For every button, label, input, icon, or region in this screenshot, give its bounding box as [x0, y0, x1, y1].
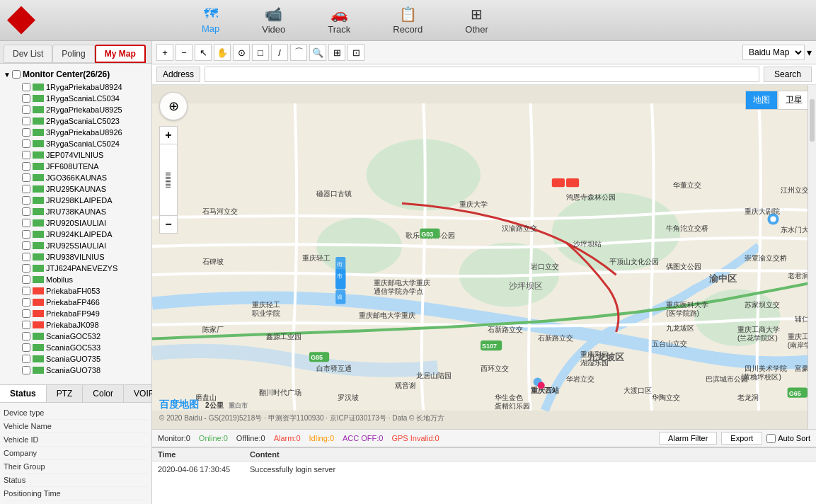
nav-item-video[interactable]: 📹 Video — [251, 2, 296, 38]
svg-text:白市驿互通: 白市驿互通 — [316, 365, 352, 372]
tree-vehicle-item[interactable]: ▶ JEP074VILNIUS — [4, 149, 148, 161]
tab-mymap[interactable]: My Map — [95, 45, 146, 63]
tree-vehicle-item[interactable]: ▶ JGO366KAUNAS — [4, 172, 148, 183]
tree-vehicle-item[interactable]: ▶ 3RygaScaniaLC5024 — [4, 138, 148, 149]
tree-vehicle-item[interactable]: ▶ JRU925SIAULIAI — [4, 240, 148, 251]
vehicle-checkbox[interactable] — [22, 355, 30, 363]
vehicle-checkbox[interactable] — [22, 83, 30, 91]
tree-vehicle-item[interactable]: ▶ JRU738KAUNAS — [4, 206, 148, 217]
vehicle-checkbox[interactable] — [22, 94, 30, 103]
tool-circle[interactable]: ⊙ — [233, 44, 250, 61]
vehicle-checkbox[interactable] — [22, 185, 30, 193]
tree-vehicle-item[interactable]: ▶ JRU298KLAIPEDA — [4, 195, 148, 206]
map-scrollbar[interactable] — [808, 85, 816, 429]
tree-vehicle-item[interactable]: ▶ ScaniaGUO738 — [4, 365, 148, 376]
map-compass[interactable]: ⊕ — [159, 92, 188, 120]
tree-vehicle-item[interactable]: ▶ 1RygaPriekabaU8924 — [4, 81, 148, 93]
vehicle-checkbox[interactable] — [22, 151, 30, 159]
vehicle-checkbox[interactable] — [22, 241, 30, 250]
map-type-dropdown[interactable]: ▾ — [807, 47, 812, 58]
tree-vehicle-item[interactable]: ▶ 2RygaPriekabaU8925 — [4, 104, 148, 115]
vehicle-checkbox[interactable] — [22, 264, 30, 273]
tree-vehicle-item[interactable]: ▶ JRU295KAUNAS — [4, 183, 148, 195]
address-bar: Address Search — [152, 64, 816, 85]
nav-item-map[interactable]: 🗺 Map — [191, 2, 230, 38]
vehicle-checkbox[interactable] — [22, 332, 30, 340]
root-checkbox[interactable] — [12, 70, 21, 79]
bottom-tab-status[interactable]: Status — [0, 385, 47, 402]
tool-fullscreen[interactable]: ⊡ — [347, 44, 364, 61]
tool-zoom-out[interactable]: − — [176, 44, 192, 61]
tool-drag[interactable]: ↖ — [195, 44, 212, 61]
zoom-out-btn[interactable]: − — [159, 215, 178, 234]
tool-hand[interactable]: ✋ — [214, 44, 231, 61]
tree-vehicle-item[interactable]: ▶ 1RygaScaniaLC5034 — [4, 93, 148, 104]
tool-line[interactable]: / — [271, 44, 288, 61]
nav-item-track[interactable]: 🚗 Track — [317, 2, 361, 38]
vehicle-checkbox[interactable] — [22, 321, 30, 329]
tree-vehicle-item[interactable]: ▶ 2RygaScaniaLC5023 — [4, 115, 148, 127]
vehicle-checkbox[interactable] — [22, 162, 30, 171]
tree-vehicle-item[interactable]: ▶ PriekabaFP466 — [4, 297, 148, 308]
vehicle-checkbox[interactable] — [22, 219, 30, 227]
auto-sort-input[interactable] — [766, 434, 776, 443]
tab-poling[interactable]: Poling — [52, 45, 94, 63]
nav-item-other[interactable]: ⊞ Other — [454, 2, 499, 38]
vehicle-checkbox[interactable] — [22, 366, 30, 374]
vehicle-checkbox[interactable] — [22, 105, 30, 114]
tree-vehicle-item[interactable]: ▶ PriekabaJK098 — [4, 319, 148, 331]
tree-vehicle-item[interactable]: ▶ JRU924KLAIPEDA — [4, 229, 148, 240]
address-input[interactable] — [205, 67, 759, 82]
vehicle-checkbox[interactable] — [22, 287, 30, 295]
auto-sort-checkbox[interactable]: Auto Sort — [766, 432, 810, 445]
vehicle-checkbox[interactable] — [22, 298, 30, 307]
vehicle-label: ScaniaGUO735 — [46, 355, 100, 363]
svg-text:四川美术学院: 四川美术学院 — [745, 365, 787, 372]
map-type-select[interactable]: Baidu Map — [742, 45, 805, 60]
tool-curve[interactable]: ⌒ — [290, 44, 307, 61]
right-area: + − ↖ ✋ ⊙ □ / ⌒ 🔍 ⊞ ⊡ Baidu Map ▾ Addres… — [152, 41, 816, 504]
tree-vehicle-item[interactable]: ▶ JRU938VILNIUS — [4, 251, 148, 263]
tree-vehicle-item[interactable]: ▶ JFF608UTENA — [4, 161, 148, 172]
tree-vehicle-item[interactable]: ▶ Mobilus — [4, 274, 148, 285]
tree-vehicle-item[interactable]: ▶ PriekabaFH053 — [4, 285, 148, 297]
tab-devlist[interactable]: Dev List — [4, 45, 52, 63]
left-tab-bar: Dev List Poling My Map — [0, 41, 151, 64]
export-btn[interactable]: Export — [721, 432, 762, 445]
alarm-filter-btn[interactable]: Alarm Filter — [659, 432, 717, 445]
zoom-slider[interactable]: ||||||||||| — [159, 144, 178, 215]
vehicle-checkbox[interactable] — [22, 253, 30, 261]
map-type-satellite[interactable]: 卫星 — [778, 91, 810, 110]
vehicle-checkbox[interactable] — [22, 173, 30, 182]
nav-item-record[interactable]: 📋 Record — [382, 2, 433, 38]
vehicle-checkbox[interactable] — [22, 275, 30, 284]
map-type-standard[interactable]: 地图 — [745, 91, 778, 110]
tree-root[interactable]: ▼ Monitor Center(26/26) — [4, 67, 148, 81]
vehicle-checkbox[interactable] — [22, 343, 30, 352]
tree-vehicle-item[interactable]: ▶ JRU920SIAULIAI — [4, 217, 148, 229]
bottom-tab-color[interactable]: Color — [83, 385, 124, 402]
vehicle-checkbox[interactable] — [22, 207, 30, 216]
tool-search-area[interactable]: 🔍 — [309, 44, 326, 61]
svg-text:苏家坝立交: 苏家坝立交 — [745, 301, 780, 309]
tool-zoom-in[interactable]: + — [156, 44, 173, 61]
search-button[interactable]: Search — [764, 67, 812, 82]
tool-grid[interactable]: ⊞ — [328, 44, 345, 61]
map-container[interactable]: 石马河立交 磁器口古镇 重庆大学 鸿恩寺森林公园 华董立交 江州立交桥 重庆大剧… — [152, 85, 816, 429]
vehicle-checkbox[interactable] — [22, 128, 30, 137]
vehicle-checkbox[interactable] — [22, 139, 30, 148]
vehicle-checkbox[interactable] — [22, 230, 30, 239]
vehicle-checkbox[interactable] — [22, 196, 30, 205]
zoom-in-btn[interactable]: + — [159, 126, 178, 144]
vehicle-tree[interactable]: ▼ Monitor Center(26/26) ▶ 1RygaPriekabaU… — [0, 64, 151, 384]
tree-vehicle-item[interactable]: ▶ ScaniaGOC532 — [4, 331, 148, 342]
tree-vehicle-item[interactable]: ▶ PriekabaFP949 — [4, 308, 148, 319]
tree-vehicle-item[interactable]: ▶ JTJ624PANEVEZYS — [4, 263, 148, 274]
vehicle-checkbox[interactable] — [22, 309, 30, 318]
tree-vehicle-item[interactable]: ▶ ScaniaGUO735 — [4, 353, 148, 365]
tree-vehicle-item[interactable]: ▶ 3RygaPriekabaU8926 — [4, 127, 148, 138]
vehicle-checkbox[interactable] — [22, 117, 30, 125]
bottom-tab-ptz[interactable]: PTZ — [47, 385, 84, 402]
tree-vehicle-item[interactable]: ▶ ScaniaGOC533 — [4, 342, 148, 353]
tool-rect[interactable]: □ — [252, 44, 269, 61]
